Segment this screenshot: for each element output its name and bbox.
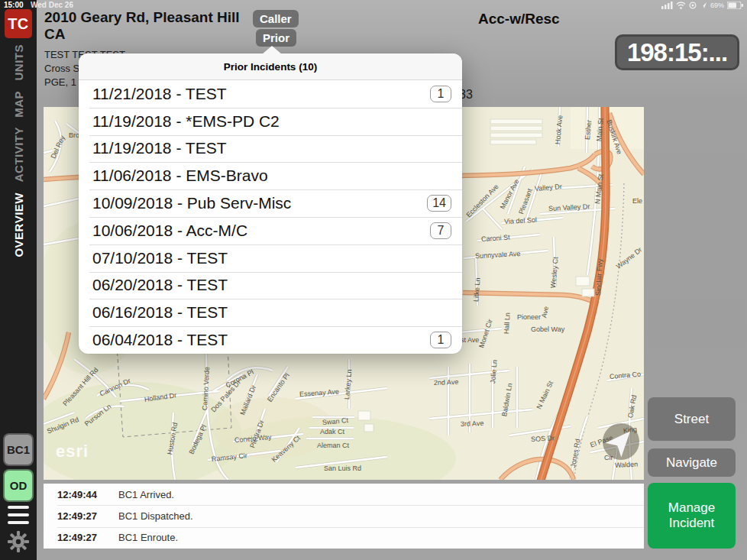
sidebar-tab-units[interactable]: UNITS (12, 44, 25, 81)
map-street-label: Ele (632, 197, 642, 205)
map-street-label: Main St (595, 118, 605, 141)
prior-button[interactable]: Prior (256, 29, 296, 47)
map-street-label: N Main St (593, 173, 605, 204)
prior-incident-row[interactable]: 06/16/2018 - TEST (79, 299, 462, 326)
app-root: 2010 Geary Rd, Pleasant Hill CA TEST TES… (0, 0, 747, 560)
map-street-label: Wesley Ct (549, 257, 560, 289)
log-message: BC1 Dispatched. (118, 510, 193, 522)
map-street-label: 2nd Ave (434, 378, 459, 387)
map-street-label: Del Rey (49, 134, 66, 160)
incident-timer[interactable]: 198:15:... (615, 34, 739, 70)
map-street-label: Sun Valley Dr (548, 202, 590, 212)
prior-incident-label: 11/19/2018 - *EMS-PD C2 (92, 112, 451, 131)
map-street-label: Oak Rd (626, 394, 638, 419)
prior-incident-label: 11/06/2018 - EMS-Bravo (92, 167, 451, 185)
map-street-label: Sunnyvale Ave (475, 250, 521, 260)
incident-count-badge: 1 (430, 86, 451, 102)
log-time: 12:49:44 (57, 489, 105, 500)
log-time: 12:49:27 (57, 532, 105, 543)
street-button[interactable]: Street (648, 397, 736, 441)
manage-incident-button[interactable]: Manage Incident (648, 483, 736, 549)
incident-address: 2010 Geary Rd, Pleasant Hill CA (44, 9, 262, 43)
prior-incident-row[interactable]: 11/19/2018 - *EMS-PD C2 (79, 108, 462, 135)
map-street-label: Larkey Ln (343, 369, 353, 400)
prior-incident-row[interactable]: 11/19/2018 - TEST (79, 135, 462, 163)
status-icons: 69% (661, 0, 743, 10)
map-street-label: Ramsay Cir (211, 452, 247, 463)
map-street-label: Pioneer (517, 313, 541, 321)
map-street-label: Monet Cir (477, 318, 494, 348)
menu-icon[interactable] (8, 506, 29, 524)
settings-gear-icon[interactable] (7, 530, 30, 553)
sidebar: TC UNITSMAPACTIVITYOVERVIEW BC1OD (0, 0, 37, 560)
prior-incident-label: 06/04/2018 - TEST (92, 331, 430, 349)
map-street-label: Wayne Dr (615, 246, 643, 270)
map-street-label: Jones Rd (569, 439, 581, 468)
prior-incident-row[interactable]: 10/09/2018 - Pub Serv-Misc14 (79, 189, 462, 217)
prior-incident-row[interactable]: 10/06/2018 - Acc-M/C7 (79, 217, 462, 244)
location-arrow-icon (700, 2, 707, 9)
unit-badge-od[interactable]: OD (3, 469, 34, 502)
map-street-label: Jolie Ln (489, 360, 499, 384)
cellular-signal-icon (661, 2, 673, 9)
status-date: Wed Dec 26 (31, 1, 73, 9)
log-message: BC1 Enroute. (118, 532, 178, 543)
prior-incident-row[interactable]: 11/21/2018 - TEST1 (79, 80, 462, 108)
status-time: 15:00 (4, 1, 24, 9)
map-locate-compass-icon[interactable] (602, 422, 640, 461)
map-street-label: Shulgin Rd (46, 416, 80, 435)
map-street-label: Keaveny Ct (270, 434, 302, 464)
map-street-label: Purson Ln (83, 403, 112, 428)
prior-incidents-list: 11/21/2018 - TEST111/19/2018 - *EMS-PD C… (79, 80, 462, 354)
prior-incident-row[interactable]: 06/20/2018 - TEST (79, 272, 462, 299)
map-street-label: Valley Dr (535, 183, 563, 193)
map-street-label: Eccleston Ave (464, 183, 500, 218)
sidebar-tab-overview[interactable]: OVERVIEW (12, 193, 25, 257)
map-street-label: SOS Dr (531, 434, 555, 443)
prior-incident-row[interactable]: 07/10/2018 - TEST (79, 244, 462, 272)
map-street-label: N Main St (535, 380, 555, 410)
map-street-label: Baldwin Ln (500, 383, 513, 417)
prior-incident-label: 06/20/2018 - TEST (92, 276, 451, 294)
battery-percent: 69% (710, 2, 724, 9)
map-street-label: Essenay Ave (299, 387, 339, 398)
map-street-label: Ave (540, 306, 550, 319)
map-street-label: Huston Rd (166, 422, 179, 455)
navigate-button[interactable]: Navigate (648, 448, 736, 477)
battery-icon (727, 2, 743, 9)
map-street-label: Aleman Ct (317, 442, 349, 449)
map-street-label: Encanto Pl (266, 371, 291, 403)
incident-count-badge: 1 (430, 332, 451, 348)
map-street-label: 3rd Ave (461, 419, 484, 428)
prior-incident-row[interactable]: 11/06/2018 - EMS-Bravo (79, 162, 462, 189)
map-street-label: Gobel Way (531, 325, 564, 333)
caller-button[interactable]: Caller (253, 10, 299, 28)
activity-log-row: 12:49:44BC1 Arrived. (44, 484, 644, 505)
sidebar-tabs: UNITSMAPACTIVITYOVERVIEW (0, 44, 37, 257)
prior-incident-label: 10/06/2018 - Acc-M/C (92, 222, 430, 240)
unit-badge-bc1[interactable]: BC1 (3, 433, 34, 466)
map-street-label: Camino Verde (201, 367, 211, 410)
map-street-label: Holland Dr (144, 391, 177, 403)
log-time: 12:49:27 (57, 510, 105, 522)
map-street-label: Pleasant (517, 187, 533, 215)
map-street-label: Mallard Dr (238, 384, 257, 416)
activity-log-list: 12:49:44BC1 Arrived.12:49:27BC1 Dispatch… (44, 484, 644, 549)
map-street-label: Pleasant Hill Rd (61, 366, 99, 407)
prior-incident-label: 06/16/2018 - TEST (92, 303, 451, 322)
map-street-label: Sinclair Fwy (594, 258, 604, 296)
map-street-label: Bro (69, 131, 79, 139)
incident-type: Acc-w/Resc (478, 11, 560, 28)
map-street-label: Swan Ct (322, 416, 349, 426)
prior-incident-row[interactable]: 06/04/2018 - TEST1 (79, 326, 462, 354)
rotation-lock-icon (689, 2, 697, 9)
wifi-icon (676, 2, 686, 9)
sidebar-tab-map[interactable]: MAP (12, 91, 25, 118)
map-street-label: Litke Ln (472, 277, 482, 302)
tc-app-logo[interactable]: TC (5, 9, 32, 38)
map-street-label: Hall Ln (503, 312, 511, 335)
sidebar-tab-activity[interactable]: ACTIVITY (12, 127, 25, 182)
prior-incident-label: 10/09/2018 - Pub Serv-Misc (92, 194, 427, 212)
map-street-label: Cannon Dr (99, 377, 132, 397)
esri-attribution: esri (56, 442, 89, 461)
